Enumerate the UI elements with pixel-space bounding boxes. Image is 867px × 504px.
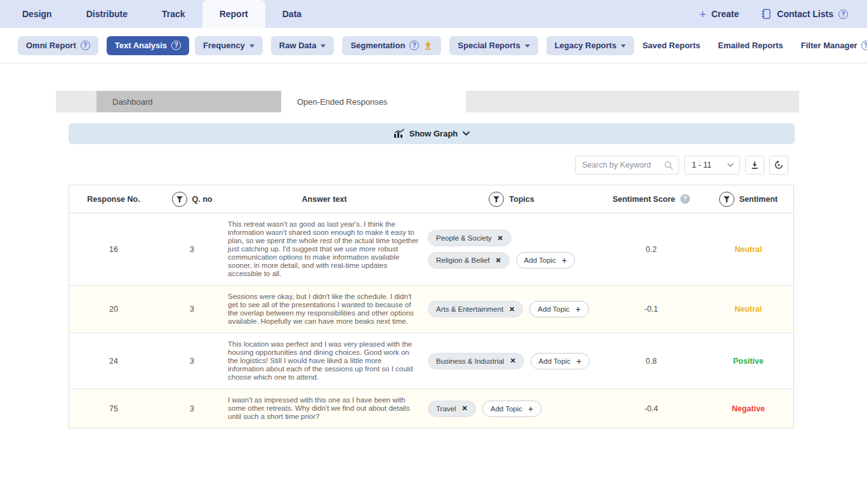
toolbar-button[interactable]: Raw Data (271, 36, 334, 55)
help-icon[interactable] (81, 41, 90, 50)
header-answer-label: Answer text (302, 195, 347, 204)
topic-tag[interactable]: Arts & Entertainment ✕ (428, 301, 523, 317)
history-button[interactable] (769, 156, 788, 175)
top-navigation: DesignDistributeTrackReportData + Create… (0, 0, 867, 28)
toolbar-button-label: Legacy Reports (555, 41, 617, 50)
table-row: 75 3 I wasn't as impressed with this one… (69, 389, 793, 428)
search-input[interactable] (582, 161, 664, 169)
help-icon[interactable] (861, 41, 867, 50)
add-topic-button[interactable]: Add Topic + (529, 301, 588, 317)
search-icon[interactable] (664, 161, 673, 170)
q-no-cell: 3 (158, 286, 226, 333)
close-icon[interactable]: ✕ (509, 306, 515, 313)
report-toolbar: Omni Report Text Analysis Frequency Raw … (0, 28, 867, 63)
answer-text-value: This location was perfect and I was very… (228, 340, 419, 381)
sentiment-value: Neutral (734, 305, 762, 314)
toolbar-button[interactable]: Segmentation (342, 36, 441, 55)
add-topic-button[interactable]: Add Topic + (531, 353, 590, 369)
topics-cell: Business & Industrial ✕ Add Topic + (423, 333, 600, 388)
topics-cell: People & Society ✕ Religion & Belief ✕ A… (423, 213, 600, 285)
toolbar-button-label: Raw Data (279, 41, 317, 50)
plus-icon: + (528, 404, 533, 413)
toolbar-link[interactable]: Saved Reports (642, 41, 700, 50)
sentiment-value: Negative (732, 404, 765, 413)
close-icon[interactable]: ✕ (495, 257, 501, 264)
help-icon[interactable] (838, 10, 848, 19)
view-tab[interactable]: Open-Ended Responses (281, 91, 466, 112)
close-icon[interactable]: ✕ (462, 405, 468, 412)
sentiment-score-value: 0.2 (645, 245, 656, 254)
plus-icon: + (576, 305, 581, 314)
help-icon[interactable] (680, 194, 690, 204)
add-topic-button[interactable]: Add Topic + (482, 401, 541, 417)
sentiment-value: Neutral (734, 245, 762, 254)
download-button[interactable] (745, 156, 764, 175)
show-graph-toggle[interactable]: Show Graph (69, 123, 795, 144)
topic-tag[interactable]: People & Society ✕ (428, 230, 512, 246)
toolbar-button-label: Omni Report (26, 41, 76, 50)
view-tab-label: Dashboard (112, 97, 153, 107)
plus-icon: + (562, 256, 567, 265)
nav-item[interactable]: Distribute (69, 0, 145, 28)
header-q-no: Q. no (158, 185, 226, 213)
history-icon (774, 160, 784, 170)
topic-tag[interactable]: Religion & Belief ✕ (428, 252, 510, 269)
filter-icon[interactable] (172, 192, 187, 207)
nav-item[interactable]: Design (5, 0, 69, 28)
view-tab[interactable]: Dashboard (96, 91, 281, 112)
toolbar-button[interactable]: Text Analysis (107, 36, 189, 55)
close-icon[interactable]: ✕ (498, 235, 503, 242)
nav-item[interactable]: Report (202, 0, 265, 28)
close-icon[interactable]: ✕ (510, 357, 515, 364)
nav-item-label: Data (282, 9, 301, 19)
sentiment-score-cell: 0.2 (600, 213, 702, 285)
sentiment-score-cell: -0.1 (600, 286, 702, 333)
toolbar-button[interactable]: Legacy Reports (546, 36, 635, 55)
response-no-cell: 16 (69, 213, 158, 285)
toolbar-link[interactable]: Filter Manager (801, 41, 867, 50)
chevron-down-icon (463, 131, 470, 136)
page-range-select[interactable]: 1 - 11 (684, 156, 740, 175)
sentiment-cell: Negative (702, 389, 795, 428)
sentiment-score-value: -0.4 (644, 404, 658, 413)
chevron-down-icon (525, 44, 530, 48)
create-button[interactable]: + Create (699, 8, 739, 20)
nav-item[interactable]: Track (145, 0, 202, 28)
bar-chart-icon (394, 129, 404, 138)
topic-tag[interactable]: Business & Industrial ✕ (428, 353, 524, 369)
toolbar-button[interactable]: Special Reports (449, 36, 538, 55)
help-icon[interactable] (171, 41, 181, 50)
view-tab-label: Open-Ended Responses (297, 97, 387, 107)
q-no-value: 3 (190, 404, 194, 413)
toolbar-button[interactable]: Frequency (195, 36, 263, 55)
filter-icon[interactable] (489, 192, 504, 207)
nav-item-label: Report (220, 9, 248, 19)
topic-tag-label: Arts & Entertainment (436, 305, 503, 313)
contact-lists-label: Contact Lists (777, 9, 833, 19)
sentiment-cell: Neutral (702, 213, 795, 285)
nav-item-label: Distribute (86, 9, 128, 19)
sentiment-cell: Neutral (702, 286, 795, 333)
toolbar-link[interactable]: Emailed Reports (718, 41, 783, 50)
answer-text-cell: Sessions were okay, but I didn't like th… (226, 286, 423, 333)
add-topic-button[interactable]: Add Topic + (516, 252, 575, 269)
topic-tag-label: Travel (436, 405, 456, 413)
primary-nav: DesignDistributeTrackReportData (0, 0, 319, 28)
header-q-no-label: Q. no (192, 195, 213, 204)
contact-lists-button[interactable]: Contact Lists (760, 8, 848, 20)
table-row: 24 3 This location was perfect and I was… (69, 333, 793, 389)
filter-icon[interactable] (719, 192, 734, 207)
topic-tag[interactable]: Travel ✕ (428, 401, 476, 417)
help-icon[interactable] (409, 41, 419, 50)
response-no-cell: 24 (69, 333, 158, 388)
sentiment-score-cell: -0.4 (600, 389, 702, 428)
nav-item[interactable]: Data (265, 0, 319, 28)
plus-icon: + (576, 357, 581, 366)
table-row: 20 3 Sessions were okay, but I didn't li… (69, 286, 793, 333)
toolbar-button-label: Text Analysis (115, 41, 167, 50)
table-row: 16 3 This retreat wasn't as good as last… (69, 213, 793, 286)
toolbar-button-label: Frequency (203, 41, 245, 50)
toolbar-button[interactable]: Omni Report (18, 36, 98, 55)
nav-item-label: Design (22, 9, 52, 19)
q-no-value: 3 (190, 305, 194, 314)
